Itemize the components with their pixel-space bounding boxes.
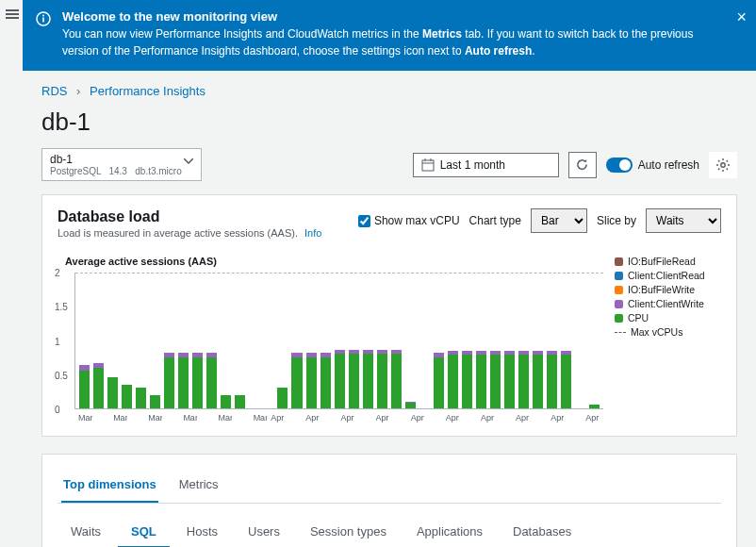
auto-refresh-toggle[interactable] (606, 157, 633, 173)
chart-title: Average active sessions (AAS) (65, 256, 603, 267)
chart-type-select[interactable]: Bar (531, 208, 587, 233)
tab-metrics[interactable]: Metrics (177, 468, 221, 503)
dimensions-panel: Top dimensionsMetrics WaitsSQLHostsUsers… (41, 454, 737, 547)
database-selector[interactable]: db-1 PostgreSQL 14.3 db.t3.micro (41, 148, 202, 181)
page-title: db-1 (41, 108, 737, 137)
chart-legend: IO:BufFileReadClient:ClientReadIO:BufFil… (603, 256, 721, 423)
close-icon[interactable]: × (736, 8, 747, 27)
settings-button[interactable] (709, 152, 737, 178)
time-range-selector[interactable]: Last 1 month (413, 153, 559, 177)
subtab-waits[interactable]: Waits (58, 517, 114, 547)
refresh-button[interactable] (568, 152, 597, 178)
banner-title: Welcome to the new monitoring view (62, 9, 722, 24)
calendar-icon (421, 158, 435, 172)
show-max-vcpu-checkbox[interactable]: Show max vCPU (358, 214, 460, 227)
auto-refresh-label: Auto refresh (638, 158, 699, 172)
info-icon (36, 11, 51, 26)
breadcrumb-root[interactable]: RDS (41, 84, 67, 98)
svg-point-1 (42, 15, 44, 17)
info-link[interactable]: Info (304, 227, 321, 239)
subtab-databases[interactable]: Databases (500, 517, 584, 547)
subtab-applications[interactable]: Applications (403, 517, 496, 547)
subtab-sql[interactable]: SQL (118, 517, 170, 547)
subtab-users[interactable]: Users (235, 517, 293, 547)
tab-top-dimensions[interactable]: Top dimensions (61, 468, 158, 503)
slice-by-select[interactable]: Waits (646, 208, 721, 233)
info-banner: Welcome to the new monitoring view You c… (23, 0, 756, 71)
hamburger-menu[interactable] (6, 8, 19, 21)
banner-body: You can now view Performance Insights an… (62, 25, 722, 59)
svg-point-7 (721, 162, 725, 166)
subtab-hosts[interactable]: Hosts (173, 517, 231, 547)
database-load-panel: Database load Load is measured in averag… (41, 194, 737, 437)
subtab-session-types[interactable]: Session types (297, 517, 400, 547)
svg-rect-3 (422, 160, 434, 171)
breadcrumb-current: Performance Insights (90, 84, 205, 98)
panel-title: Database load (58, 208, 321, 225)
load-chart: 00.511.52 (74, 273, 603, 409)
breadcrumb: RDS › Performance Insights (41, 84, 737, 98)
svg-rect-2 (42, 18, 44, 23)
caret-down-icon (184, 158, 193, 164)
